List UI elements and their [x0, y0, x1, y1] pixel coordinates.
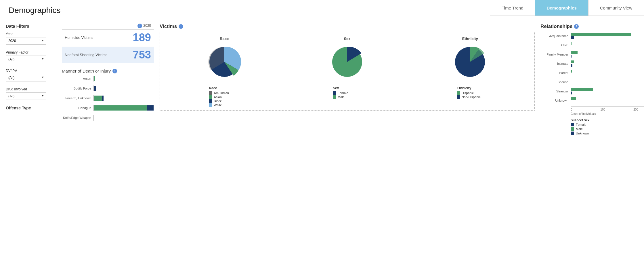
rel-axis: 0 100 200 [571, 108, 638, 111]
top-nav: Time Trend Demographics Community View [490, 0, 644, 16]
dv-ipv-filter: DV/IPV (All) [6, 69, 56, 81]
nav-item-community-view[interactable]: Community View [588, 0, 644, 16]
suspect-sex-legend: Female Male Unknown [571, 123, 638, 135]
rel-row-stranger: Stranger [540, 88, 638, 94]
legend-hispanic: Hispanic [457, 91, 486, 95]
rel-row-parent: Parent [540, 70, 638, 76]
filters-title: Data Filters [6, 24, 56, 29]
bar-row-handgun: Handgun [62, 105, 154, 111]
offense-type-filter: Offense Type [6, 106, 56, 110]
victims-section: Victims ! Race [160, 24, 535, 135]
bar-row-arson: Arson [62, 76, 154, 81]
stats-info-icon: ! [137, 24, 142, 28]
nav-item-time-trend[interactable]: Time Trend [490, 0, 535, 16]
rel-axis-line [571, 107, 644, 107]
suspect-legend-unknown: Unknown [571, 132, 638, 135]
rel-row-spouse: Spouse [540, 79, 638, 85]
rel-row-unknown: Unknown [540, 97, 638, 104]
ethnicity-legend: Ethnicity Hispanic Non-Hispanic [457, 86, 486, 107]
year-filter: Year 2020 2019 2018 2017 [6, 32, 56, 45]
nav-item-demographics[interactable]: Demographics [535, 0, 588, 16]
legend-section: Race Am. Indian Asian Black [163, 86, 532, 107]
manner-info-icon: ! [112, 69, 117, 73]
legend-non-hispanic: Non-Hispanic [457, 95, 486, 99]
rel-row-intimate: Intimate [540, 60, 638, 67]
relationships-chart: Acquaintance Child Family Me [540, 33, 638, 135]
legend-am-indian: Am. Indian [209, 91, 238, 95]
year-select[interactable]: 2020 2019 2018 2017 [6, 37, 46, 45]
filters-panel: Data Filters Year 2020 2019 2018 2017 Pr… [6, 24, 56, 135]
suspect-legend-female: Female [571, 123, 638, 126]
legend-female: Female [333, 91, 362, 95]
legend-male: Male [333, 95, 362, 99]
rel-row-child: Child [540, 42, 638, 48]
rel-row-acquaintance: Acquaintance [540, 33, 638, 39]
victims-info-icon: ! [179, 24, 183, 29]
legend-white: White [209, 103, 238, 107]
count-label: Count of Individuals [571, 112, 638, 115]
suspect-sex-title: Suspect Sex [571, 118, 638, 122]
ethnicity-pie: Ethnicity [451, 37, 489, 81]
legend-black: Black [209, 99, 238, 103]
suspect-legend-male: Male [571, 127, 638, 131]
victims-title: Victims ! [160, 24, 535, 29]
stats-year-header: ! 2020 [62, 24, 154, 28]
manner-bar-chart: Arson Bodily Force [62, 76, 154, 121]
bar-row-bodily-force: Bodily Force [62, 86, 154, 91]
homicide-stat-row: Homicide Victims 189 [62, 29, 154, 45]
sex-pie: Sex [328, 37, 366, 81]
sex-legend: Sex Female Male [333, 86, 362, 107]
relationships-section: Relationships ! Acquaintance Child [540, 24, 638, 135]
nonfatal-stat-row: Nonfatal Shooting Victims 753 [62, 47, 154, 63]
rel-row-family-member: Family Member [540, 51, 638, 58]
bar-row-firearm-unknown: Firearm, Unknown [62, 95, 154, 101]
manner-section: Manner of Death or Injury ! Arson Bo [62, 69, 154, 121]
legend-asian: Asian [209, 95, 238, 99]
pie-row: Race [163, 37, 532, 81]
relationships-title: Relationships ! [540, 24, 638, 29]
dv-ipv-select[interactable]: (All) [6, 74, 46, 81]
manner-title: Manner of Death or Injury ! [62, 69, 154, 73]
race-legend: Race Am. Indian Asian Black [209, 86, 238, 107]
drug-involved-select[interactable]: (All) [6, 92, 46, 100]
primary-factor-select[interactable]: (All) [6, 56, 46, 63]
relationships-info-icon: ! [574, 24, 579, 29]
bar-row-knife: Knife/Edge Weapon [62, 115, 154, 121]
victims-chart-box: Race [160, 32, 535, 111]
drug-involved-filter: Drug Involved (All) [6, 87, 56, 100]
stats-section: ! 2020 Homicide Victims 189 Nonfatal Sho… [62, 24, 154, 135]
race-pie: Race [206, 37, 243, 81]
primary-factor-filter: Primary Factor (All) [6, 50, 56, 63]
